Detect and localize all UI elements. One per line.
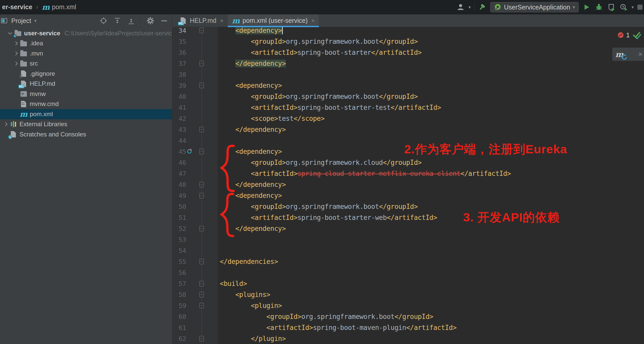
code-line-61[interactable]: 61 <artifactId>spring-boot-maven-plugin<…: [172, 322, 644, 333]
hide-panel-icon[interactable]: [160, 16, 169, 25]
code-text: </plugin>: [220, 333, 286, 344]
code-line-60[interactable]: 60 <groupId>org.springframework.boot</gr…: [172, 311, 644, 322]
code-line-53[interactable]: 53: [172, 234, 644, 245]
tree-item-user-service[interactable]: user-serviceC:\Users\Sylar\IdeaProjects\…: [0, 28, 172, 38]
tab-help-md[interactable]: MD HELP.md ×: [175, 14, 228, 27]
code-line-35[interactable]: 35 <groupId>org.springframework.boot</gr…: [172, 36, 644, 47]
code-line-52[interactable]: 52 </dependency>: [172, 223, 644, 234]
tree-item-external-libraries[interactable]: External Libraries: [0, 119, 172, 130]
fold-marker-icon[interactable]: [199, 259, 204, 264]
debug-button[interactable]: [595, 3, 603, 12]
maven-reload-icon[interactable]: m: [615, 50, 624, 59]
fold-marker-icon[interactable]: [199, 182, 204, 187]
fold-marker-icon[interactable]: [199, 61, 204, 66]
code-line-58[interactable]: 58 <plugins>: [172, 289, 644, 300]
chevron-slot: [12, 39, 19, 47]
build-hammer-icon[interactable]: [478, 3, 487, 12]
tab-pom-xml[interactable]: m pom.xml (user-service) ×: [228, 14, 319, 27]
fold-marker-icon[interactable]: [199, 292, 204, 297]
tree-item-mvnw-cmd[interactable]: mvnw.cmd: [0, 99, 172, 109]
title-bar: er-service › m pom.xml ▾ UserServiceAppl…: [0, 0, 644, 14]
fold-marker-icon[interactable]: [199, 226, 204, 231]
code-line-41[interactable]: 41 <artifactId>spring-boot-starter-test<…: [172, 102, 644, 113]
code-line-37[interactable]: 37 </dependency>: [172, 58, 644, 69]
run-with-coverage-button[interactable]: [607, 3, 616, 12]
code-line-51[interactable]: 51 <artifactId>spring-boot-starter-web</…: [172, 212, 644, 223]
panel-header-separator: [141, 17, 141, 25]
fold-marker-icon[interactable]: [199, 193, 204, 198]
fold-marker-icon[interactable]: [199, 83, 204, 88]
code-line-47[interactable]: 47 <artifactId>spring-cloud-starter-netf…: [172, 168, 644, 179]
tree-item--idea[interactable]: .idea: [0, 38, 172, 49]
collapse-all-icon[interactable]: [127, 16, 136, 25]
code-line-36[interactable]: 36 <artifactId>spring-boot-starter</arti…: [172, 47, 644, 58]
tree-item-src[interactable]: src: [0, 59, 172, 69]
chevron-slot: [12, 100, 19, 108]
tree-item-help-md[interactable]: MDHELP.md: [0, 79, 172, 89]
line-number: 46: [172, 157, 186, 168]
fold-marker-icon[interactable]: [199, 303, 204, 308]
chevron-right-icon[interactable]: [14, 41, 18, 45]
fold-marker-icon[interactable]: [199, 28, 204, 33]
fold-marker-icon[interactable]: [199, 281, 204, 286]
chevron-slot: [12, 50, 19, 57]
run-toolbar: ▾ UserServiceApplication ▾ ▾: [456, 0, 642, 14]
chevron-right-icon[interactable]: [14, 61, 18, 66]
fold-marker-icon[interactable]: [199, 127, 204, 132]
fold-marker-icon[interactable]: [199, 336, 204, 341]
tree-item-pom-xml[interactable]: mpom.xml: [0, 109, 172, 119]
settings-gear-icon[interactable]: [146, 16, 155, 25]
code-line-56[interactable]: 56: [172, 267, 644, 278]
code-line-49[interactable]: 49 <dependency>: [172, 190, 644, 201]
project-panel-title[interactable]: Project: [11, 17, 31, 25]
code-line-62[interactable]: 62 </plugin>: [172, 333, 644, 344]
breadcrumb-file[interactable]: pom.xml: [52, 3, 76, 11]
inspection-widget[interactable]: 1: [618, 31, 642, 39]
fold-marker-icon[interactable]: [199, 149, 204, 154]
run-configuration-name: UserServiceApplication: [504, 4, 570, 11]
code-line-46[interactable]: 46 <groupId>org.springframework.cloud</g…: [172, 157, 644, 168]
user-dropdown-icon[interactable]: ▾: [469, 5, 471, 10]
line-number: 60: [172, 311, 186, 322]
expand-all-icon[interactable]: [113, 16, 122, 25]
code-line-38[interactable]: 38: [172, 69, 644, 80]
tab-close-icon[interactable]: ×: [311, 17, 315, 24]
tab-close-icon[interactable]: ×: [220, 17, 224, 24]
profiler-dropdown-icon[interactable]: ▾: [631, 5, 634, 10]
tree-item-scratches-and-consoles[interactable]: Scratches and Consoles: [0, 129, 172, 139]
locate-file-icon[interactable]: [99, 16, 108, 25]
gutter-marker-icon[interactable]: [187, 149, 192, 154]
code-line-40[interactable]: 40 <groupId>org.springframework.boot</gr…: [172, 91, 644, 102]
dismiss-widget-icon[interactable]: ×: [638, 50, 642, 58]
code-editor[interactable]: 34 <dependency>35 <groupId>org.springfra…: [172, 27, 644, 344]
line-number: 34: [172, 27, 186, 36]
code-line-57[interactable]: 57<build>: [172, 278, 644, 289]
code-line-55[interactable]: 55</dependencies>: [172, 256, 644, 267]
code-line-39[interactable]: 39 <dependency>: [172, 80, 644, 91]
chevron-right-icon[interactable]: [3, 122, 7, 126]
code-line-34[interactable]: 34 <dependency>: [172, 27, 644, 36]
maven-reload-widget[interactable]: m ×: [612, 48, 644, 61]
toolbar-separator: [474, 3, 474, 11]
user-icon[interactable]: [456, 3, 465, 12]
code-line-48[interactable]: 48 </dependency>: [172, 179, 644, 190]
code-line-54[interactable]: 54: [172, 245, 644, 256]
project-view-dropdown-icon[interactable]: ▾: [34, 18, 37, 24]
run-button[interactable]: [582, 3, 591, 12]
breadcrumb-project[interactable]: er-service: [2, 3, 32, 11]
tree-item--mvn[interactable]: .mvn: [0, 48, 172, 59]
stop-button[interactable]: [637, 5, 642, 10]
run-configuration-dropdown-icon[interactable]: ▾: [573, 5, 575, 10]
code-line-50[interactable]: 50 <groupId>org.springframework.boot</gr…: [172, 201, 644, 212]
chevron-down-icon[interactable]: [8, 31, 12, 35]
tree-item--gitignore[interactable]: .gitignore: [0, 69, 172, 79]
tree-item-mvnw[interactable]: >mvnw: [0, 89, 172, 99]
run-configuration-select[interactable]: UserServiceApplication ▾: [490, 2, 579, 12]
code-line-59[interactable]: 59 <plugin>: [172, 300, 644, 311]
chevron-right-icon[interactable]: [14, 51, 18, 56]
profiler-button[interactable]: [619, 3, 628, 12]
code-text: <groupId>org.springframework.boot</group…: [220, 201, 418, 212]
tree-item-label: Scratches and Consoles: [19, 131, 86, 138]
code-line-42[interactable]: 42 <scope>test</scope>: [172, 113, 644, 124]
code-line-43[interactable]: 43 </dependency>: [172, 124, 644, 135]
